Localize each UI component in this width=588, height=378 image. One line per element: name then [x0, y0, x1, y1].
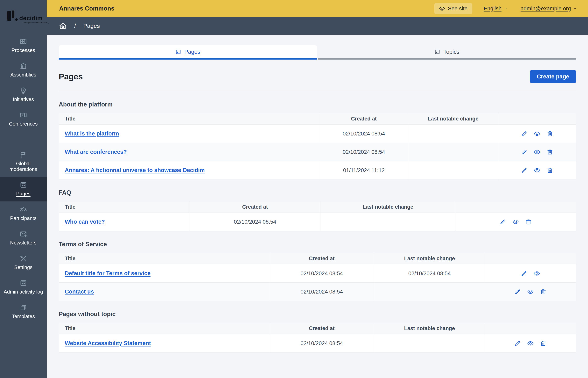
- sidebar-item-assemblies[interactable]: Assemblies: [0, 58, 47, 82]
- preview-button[interactable]: [527, 340, 534, 347]
- column-header: Title: [59, 323, 269, 334]
- breadcrumb-separator: /: [74, 23, 76, 29]
- page-link[interactable]: Annares: A fictionnal universe to showca…: [65, 167, 205, 173]
- page-link[interactable]: What is the platform: [65, 130, 119, 137]
- delete-button[interactable]: [547, 130, 553, 137]
- account-dropdown[interactable]: admin@example.org: [521, 5, 577, 12]
- sidebar-item-label: Conferences: [9, 121, 38, 127]
- preview-button[interactable]: [534, 270, 540, 277]
- pages-table: TitleCreated atLast notable changeDefaul…: [59, 253, 576, 301]
- tab-pages[interactable]: Pages: [59, 45, 317, 60]
- sidebar-item-global-moderations[interactable]: Global moderations: [0, 147, 47, 177]
- tab-topics[interactable]: Topics: [318, 45, 576, 60]
- logo-wordmark: decidim: [19, 15, 43, 21]
- pages-table: TitleCreated atLast notable changeWebsit…: [59, 323, 576, 352]
- column-header: Created at: [269, 323, 374, 334]
- preview-button[interactable]: [534, 167, 540, 174]
- language-dropdown[interactable]: English: [484, 5, 508, 12]
- article-icon: [20, 181, 27, 189]
- decidim-logo[interactable]: decidim free open-source democracy: [0, 0, 47, 33]
- cell-created-at: 01/11/2024 11:12: [320, 161, 408, 179]
- edit-button[interactable]: [514, 288, 521, 295]
- table-row: Annares: A fictionnal universe to showca…: [59, 161, 576, 179]
- page-link[interactable]: Website Accessibility Statement: [65, 340, 151, 346]
- trash-icon: [547, 167, 553, 174]
- see-site-label: See site: [448, 5, 467, 12]
- eye-icon: [512, 219, 519, 225]
- sidebar-item-label: Global moderations: [2, 161, 45, 173]
- sidebar-item-settings[interactable]: Settings: [0, 251, 47, 275]
- page-link[interactable]: Contact us: [65, 288, 94, 295]
- admin-sidebar: decidim free open-source democracy Proce…: [0, 0, 47, 378]
- article-icon: [20, 279, 27, 287]
- preview-button[interactable]: [512, 219, 519, 225]
- sidebar-item-label: Newsletters: [10, 240, 37, 246]
- page-link[interactable]: Who can vote?: [65, 219, 105, 225]
- edit-button[interactable]: [521, 149, 527, 155]
- logo-tagline: free open-source democracy: [23, 21, 47, 24]
- sidebar-item-newsletters[interactable]: Newsletters: [0, 226, 47, 251]
- page-link[interactable]: Default title for Terms of service: [65, 270, 151, 276]
- cell-actions: [498, 161, 576, 179]
- pages-table: TitleCreated atLast notable changeWhat i…: [59, 113, 576, 179]
- preview-button[interactable]: [527, 288, 534, 295]
- trash-icon: [525, 219, 532, 225]
- logo-dot: [15, 18, 18, 21]
- preview-button[interactable]: [534, 130, 540, 137]
- section-terms-of-service: Terms of ServiceTitleCreated atLast nota…: [59, 241, 576, 301]
- tab-label: Topics: [443, 49, 459, 55]
- create-page-button[interactable]: Create page: [530, 70, 576, 83]
- column-header: Title: [59, 202, 190, 213]
- edit-button[interactable]: [499, 219, 506, 225]
- cell-actions: [485, 283, 576, 301]
- pencil-icon: [521, 149, 527, 155]
- column-header: Created at: [190, 202, 320, 213]
- delete-button[interactable]: [547, 149, 553, 155]
- sidebar-item-processes[interactable]: Processes: [0, 33, 47, 58]
- tools-icon: [20, 255, 27, 262]
- lightbulb-flash-icon: [20, 87, 27, 94]
- cell-title: Website Accessibility Statement: [59, 334, 269, 352]
- edit-button[interactable]: [521, 270, 527, 277]
- column-header: [455, 202, 576, 213]
- pencil-icon: [521, 130, 527, 137]
- eye-icon: [534, 167, 540, 174]
- cell-title: Contact us: [59, 283, 269, 301]
- mail-add-icon: [20, 230, 27, 238]
- cell-title: Who can vote?: [59, 213, 190, 231]
- cell-actions: [498, 143, 576, 161]
- file-copy-icon: [20, 304, 27, 311]
- edit-button[interactable]: [514, 340, 521, 347]
- section-title: Terms of Service: [59, 241, 576, 248]
- edit-button[interactable]: [521, 130, 527, 137]
- sidebar-item-initiatives[interactable]: Initiatives: [0, 82, 47, 107]
- delete-button[interactable]: [540, 340, 547, 347]
- cell-last-notable-change: 02/10/2024 08:54: [374, 264, 485, 283]
- article-icon: [435, 49, 440, 55]
- eye-icon: [527, 288, 534, 295]
- cell-actions: [485, 264, 576, 283]
- sidebar-item-conferences[interactable]: Conferences: [0, 107, 47, 132]
- edit-button[interactable]: [521, 167, 527, 174]
- trash-icon: [547, 149, 553, 155]
- delete-button[interactable]: [540, 288, 547, 295]
- language-label: English: [484, 5, 501, 12]
- see-site-button[interactable]: See site: [434, 3, 472, 14]
- page-link[interactable]: What are conferences?: [65, 149, 127, 155]
- sidebar-item-participants[interactable]: Participants: [0, 202, 47, 226]
- delete-button[interactable]: [525, 219, 532, 225]
- column-header: Created at: [269, 253, 374, 264]
- team-icon: [20, 206, 27, 213]
- pencil-icon: [521, 167, 527, 174]
- sidebar-item-label: Initiatives: [13, 96, 34, 102]
- sidebar-item-admin-activity-log[interactable]: Admin activity log: [0, 275, 47, 299]
- pencil-icon: [514, 288, 521, 295]
- sidebar-item-templates[interactable]: Templates: [0, 299, 47, 324]
- preview-button[interactable]: [534, 149, 540, 155]
- cell-actions: [455, 213, 576, 231]
- cell-created-at: 02/10/2024 08:54: [320, 143, 408, 161]
- home-gear-icon[interactable]: [59, 22, 67, 30]
- trash-icon: [547, 130, 553, 137]
- delete-button[interactable]: [547, 167, 553, 174]
- sidebar-item-pages[interactable]: Pages: [0, 177, 47, 202]
